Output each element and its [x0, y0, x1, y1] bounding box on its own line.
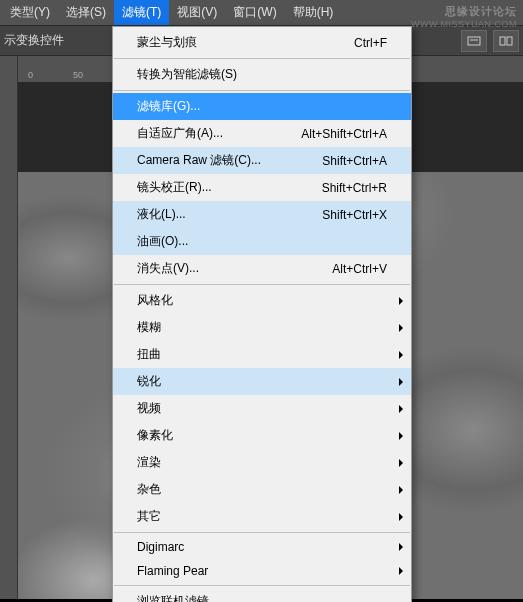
menu-item[interactable]: 消失点(V)...Alt+Ctrl+V [113, 255, 411, 282]
svg-rect-2 [500, 37, 505, 45]
menu-separator [114, 585, 410, 586]
menu-item-label: Camera Raw 滤镜(C)... [137, 152, 261, 169]
menu-4[interactable]: 窗口(W) [225, 0, 284, 25]
menu-item-label: Flaming Pear [137, 564, 208, 578]
svg-rect-3 [507, 37, 512, 45]
menu-3[interactable]: 视图(V) [169, 0, 225, 25]
toolbar-button-2[interactable] [493, 30, 519, 52]
menu-item-label: 杂色 [137, 481, 161, 498]
menu-item[interactable]: Digimarc [113, 535, 411, 559]
submenu-arrow-icon [399, 378, 403, 386]
submenu-arrow-icon [399, 543, 403, 551]
menu-item-label: 浏览联机滤镜... [137, 593, 219, 602]
toolbar-label: 示变换控件 [4, 32, 64, 49]
menu-item[interactable]: 锐化 [113, 368, 411, 395]
menu-separator [114, 58, 410, 59]
menu-item-label: 自适应广角(A)... [137, 125, 223, 142]
menu-1[interactable]: 选择(S) [58, 0, 114, 25]
submenu-arrow-icon [399, 513, 403, 521]
menu-item[interactable]: 视频 [113, 395, 411, 422]
submenu-arrow-icon [399, 486, 403, 494]
menu-item[interactable]: 其它 [113, 503, 411, 530]
submenu-arrow-icon [399, 459, 403, 467]
menu-item-shortcut: Alt+Shift+Ctrl+A [301, 127, 387, 141]
svg-rect-0 [468, 37, 480, 45]
menu-item[interactable]: 风格化 [113, 287, 411, 314]
menu-item[interactable]: 转换为智能滤镜(S) [113, 61, 411, 88]
menu-item-label: 转换为智能滤镜(S) [137, 66, 237, 83]
menu-item-label: 像素化 [137, 427, 173, 444]
menu-item-label: 滤镜库(G)... [137, 98, 200, 115]
menu-item[interactable]: 像素化 [113, 422, 411, 449]
menu-item-label: 模糊 [137, 319, 161, 336]
menu-item[interactable]: 模糊 [113, 314, 411, 341]
toolbar-button-1[interactable] [461, 30, 487, 52]
menu-5[interactable]: 帮助(H) [285, 0, 342, 25]
ruler-corner [0, 56, 18, 82]
menu-item-label: 蒙尘与划痕 [137, 34, 197, 51]
menu-item[interactable]: 渲染 [113, 449, 411, 476]
watermark: 思缘设计论坛 WWW.MISSYUAN.COM [411, 4, 517, 29]
submenu-arrow-icon [399, 297, 403, 305]
menu-item-shortcut: Ctrl+F [354, 36, 387, 50]
menu-item-label: 其它 [137, 508, 161, 525]
menu-item[interactable]: 杂色 [113, 476, 411, 503]
menu-item-label: 视频 [137, 400, 161, 417]
menu-0[interactable]: 类型(Y) [2, 0, 58, 25]
menu-item[interactable]: Camera Raw 滤镜(C)...Shift+Ctrl+A [113, 147, 411, 174]
menu-separator [114, 284, 410, 285]
menu-item[interactable]: 滤镜库(G)... [113, 93, 411, 120]
menu-item[interactable]: 扭曲 [113, 341, 411, 368]
menu-item-shortcut: Shift+Ctrl+R [322, 181, 387, 195]
menu-item[interactable]: Flaming Pear [113, 559, 411, 583]
menu-item-label: 镜头校正(R)... [137, 179, 212, 196]
menu-item-shortcut: Alt+Ctrl+V [332, 262, 387, 276]
menu-item-label: 油画(O)... [137, 233, 188, 250]
submenu-arrow-icon [399, 567, 403, 575]
menu-item-label: 扭曲 [137, 346, 161, 363]
menu-separator [114, 532, 410, 533]
menu-item[interactable]: 自适应广角(A)...Alt+Shift+Ctrl+A [113, 120, 411, 147]
menu-2[interactable]: 滤镜(T) [114, 0, 169, 25]
menu-item[interactable]: 油画(O)... [113, 228, 411, 255]
menu-item[interactable]: 浏览联机滤镜... [113, 588, 411, 602]
menu-item-label: 消失点(V)... [137, 260, 199, 277]
submenu-arrow-icon [399, 432, 403, 440]
menu-item-label: 风格化 [137, 292, 173, 309]
menu-item[interactable]: 蒙尘与划痕Ctrl+F [113, 29, 411, 56]
submenu-arrow-icon [399, 351, 403, 359]
menu-item-label: Digimarc [137, 540, 184, 554]
ruler-vertical [0, 82, 18, 602]
menu-item-label: 渲染 [137, 454, 161, 471]
submenu-arrow-icon [399, 405, 403, 413]
menu-item[interactable]: 镜头校正(R)...Shift+Ctrl+R [113, 174, 411, 201]
menu-item-label: 液化(L)... [137, 206, 186, 223]
filter-menu-dropdown: 蒙尘与划痕Ctrl+F转换为智能滤镜(S)滤镜库(G)...自适应广角(A)..… [112, 26, 412, 602]
submenu-arrow-icon [399, 324, 403, 332]
menu-separator [114, 90, 410, 91]
menu-item[interactable]: 液化(L)...Shift+Ctrl+X [113, 201, 411, 228]
menu-item-shortcut: Shift+Ctrl+A [322, 154, 387, 168]
menu-item-shortcut: Shift+Ctrl+X [322, 208, 387, 222]
menu-item-label: 锐化 [137, 373, 161, 390]
